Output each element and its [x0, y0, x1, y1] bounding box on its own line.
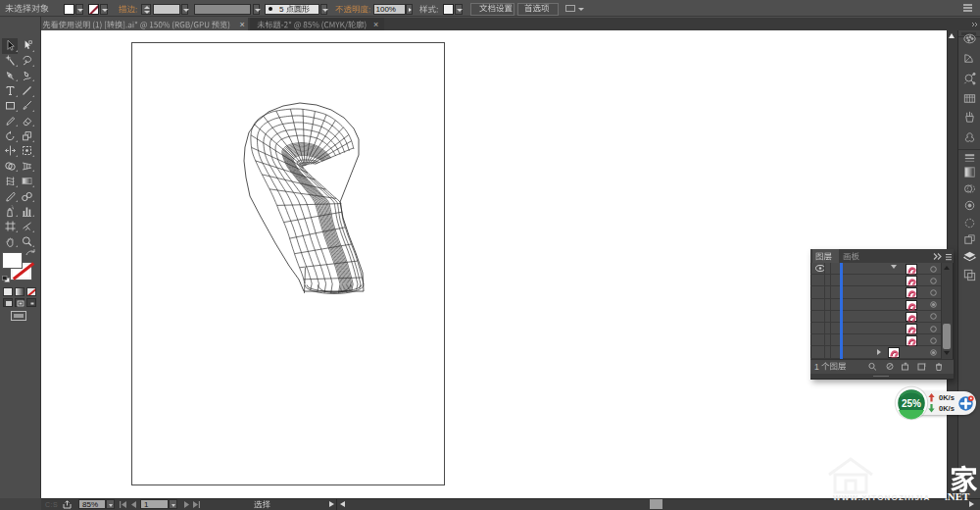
svg-text:25%: 25%: [902, 398, 921, 409]
